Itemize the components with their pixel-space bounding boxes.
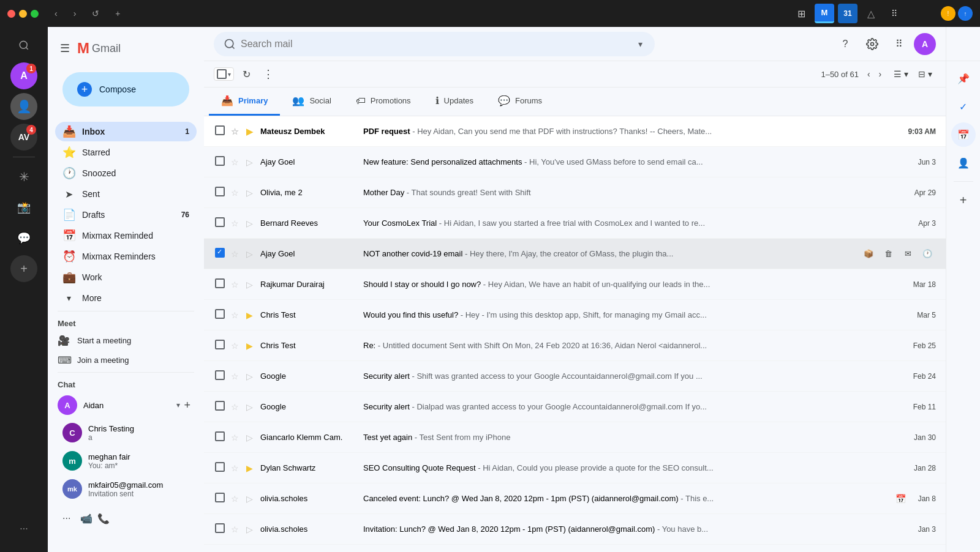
- email-row-3[interactable]: ☆ ▷ Bernard Reeves Your CosmoLex Trial -…: [204, 208, 946, 239]
- chat-user-chris-testing[interactable]: C Chris Testing a: [53, 419, 199, 446]
- avatar-main[interactable]: A 1: [10, 62, 37, 89]
- checkbox-0[interactable]: [214, 125, 226, 137]
- compose-button[interactable]: + Compose: [62, 72, 189, 106]
- more-toolbar-button[interactable]: ⋮: [259, 64, 277, 84]
- slack-icon[interactable]: ✳: [10, 163, 37, 190]
- select-dropdown-arrow[interactable]: ▾: [228, 71, 231, 78]
- checkbox-6[interactable]: [214, 309, 226, 321]
- star-10[interactable]: ☆: [228, 433, 241, 442]
- checkbox-2[interactable]: [214, 187, 226, 198]
- search-options-button[interactable]: ▾: [636, 37, 645, 51]
- email-row-9[interactable]: ☆ ▷ Google Security alert - Dialpad was …: [204, 392, 946, 422]
- archive-btn-4[interactable]: 📦: [860, 245, 877, 263]
- apps-grid-icon[interactable]: ⠿: [884, 4, 904, 23]
- email-row-6[interactable]: ☆ ▶ Chris Test Would you find this usefu…: [204, 300, 946, 330]
- gmail-tab-icon[interactable]: M: [815, 4, 834, 23]
- new-chat-button[interactable]: +: [180, 398, 194, 413]
- email-row-13[interactable]: ☆ ▷ olivia.scholes Invitation: Lunch? @ …: [204, 514, 946, 545]
- star-4[interactable]: ☆: [228, 249, 241, 259]
- chat-user-mkfair[interactable]: mk mkfair05@gmail.com Invitation sent: [53, 476, 199, 502]
- messenger-icon[interactable]: 💬: [10, 225, 37, 252]
- checkbox-11[interactable]: [214, 462, 226, 474]
- nav-item-starred[interactable]: ⭐ Starred: [55, 143, 197, 162]
- nav-refresh-button[interactable]: ↺: [87, 6, 104, 21]
- star-2[interactable]: ☆: [228, 188, 241, 198]
- calendar-side-icon[interactable]: 📅: [951, 122, 976, 147]
- checkbox-3[interactable]: [214, 217, 226, 229]
- notification-icon[interactable]: !: [941, 6, 956, 21]
- more-chat-button[interactable]: ···: [58, 510, 75, 526]
- nav-item-inbox[interactable]: 📥 Inbox 1: [55, 122, 197, 141]
- star-5[interactable]: ☆: [228, 280, 241, 289]
- snooze-btn-4[interactable]: 🕐: [919, 245, 936, 263]
- nav-item-work[interactable]: 💼 Work: [55, 267, 197, 287]
- nav-item-mixmax-reminders[interactable]: ⏰ Mixmax Reminders: [55, 247, 197, 266]
- checkbox-10[interactable]: [214, 431, 226, 443]
- email-row-1[interactable]: ☆ ▷ Ajay Goel New feature: Send personal…: [204, 147, 946, 177]
- add-account-button[interactable]: +: [10, 255, 37, 282]
- checkbox-13[interactable]: [214, 523, 226, 535]
- email-row-7[interactable]: ☆ ▶ Chris Test Re: - Untitled document S…: [204, 330, 946, 361]
- checkbox-4[interactable]: [214, 248, 226, 259]
- email-row-5[interactable]: ☆ ▷ Rajkumar Durairaj Should I stay or s…: [204, 269, 946, 300]
- nav-item-sent[interactable]: ➤ Sent: [55, 184, 197, 204]
- minimize-button[interactable]: [19, 10, 27, 18]
- nav-new-tab-button[interactable]: +: [110, 6, 125, 21]
- nav-back-button[interactable]: ‹: [50, 6, 62, 21]
- email-row-14[interactable]: ☆ ▶ Olivia, me 2 Document you asked for …: [204, 545, 946, 552]
- next-page-button[interactable]: ›: [875, 65, 886, 83]
- star-9[interactable]: ☆: [228, 402, 241, 412]
- phone-icon[interactable]: 📞: [97, 513, 110, 524]
- hamburger-menu-button[interactable]: ☰: [55, 37, 75, 60]
- nav-item-mixmax-reminded[interactable]: 📅 Mixmax Reminded: [55, 226, 197, 245]
- contacts-side-icon[interactable]: 👤: [951, 151, 976, 175]
- tasks-icon[interactable]: ✓: [951, 94, 976, 119]
- user-avatar[interactable]: A: [914, 33, 936, 55]
- tab-updates[interactable]: ℹ Updates: [423, 88, 486, 116]
- settings-button[interactable]: [860, 32, 884, 56]
- nav-item-snoozed[interactable]: 🕐 Snoozed: [55, 163, 197, 183]
- checkbox-12[interactable]: [214, 493, 226, 504]
- nav-item-drafts[interactable]: 📄 Drafts 76: [55, 205, 197, 225]
- email-row-12[interactable]: ☆ ▷ olivia.scholes Canceled event: Lunch…: [204, 483, 946, 514]
- instagram-icon[interactable]: 📸: [10, 194, 37, 221]
- sync-icon[interactable]: ↑: [958, 6, 973, 21]
- checkbox-5[interactable]: [214, 278, 226, 290]
- tab-primary[interactable]: 📥 Primary: [209, 88, 280, 116]
- search-mail-input[interactable]: [241, 39, 631, 50]
- nav-item-more[interactable]: ▾ More: [55, 288, 197, 308]
- select-all-checkbox[interactable]: [217, 69, 227, 79]
- chat-user-meghan[interactable]: m meghan fair You: am*: [53, 447, 199, 474]
- reading-pane-button[interactable]: ⊟ ▾: [914, 65, 936, 83]
- avatar-3[interactable]: AV 4: [10, 124, 37, 151]
- email-row-11[interactable]: ☆ ▶ Dylan Schwartz SEO Consulting Quote …: [204, 453, 946, 483]
- checkbox-9[interactable]: [214, 401, 226, 412]
- star-6[interactable]: ☆: [228, 310, 241, 320]
- star-0[interactable]: ☆: [228, 127, 241, 136]
- help-button[interactable]: ?: [833, 32, 858, 56]
- star-12[interactable]: ☆: [228, 494, 241, 504]
- star-3[interactable]: ☆: [228, 218, 241, 228]
- more-options-icon[interactable]: ···: [10, 515, 37, 542]
- star-7[interactable]: ☆: [228, 341, 241, 351]
- select-all-checkbox-area[interactable]: ▾: [214, 67, 234, 81]
- prev-page-button[interactable]: ‹: [864, 65, 874, 83]
- search-sidebar-button[interactable]: [10, 32, 37, 59]
- delete-btn-4[interactable]: 🗑: [880, 245, 897, 263]
- tab-social[interactable]: 👥 Social: [280, 88, 343, 116]
- add-side-panel-button[interactable]: +: [951, 188, 976, 212]
- refresh-button[interactable]: ↻: [239, 65, 254, 84]
- tab-forums[interactable]: 💬 Forums: [486, 88, 554, 116]
- nav-forward-button[interactable]: ›: [69, 6, 81, 21]
- star-13[interactable]: ☆: [228, 524, 241, 534]
- email-row-2[interactable]: ☆ ▷ Olivia, me 2 Mother Day - That sound…: [204, 177, 946, 208]
- email-row-8[interactable]: ☆ ▷ Google Security alert - Shift was gr…: [204, 361, 946, 392]
- layers-icon[interactable]: ⊞: [791, 4, 811, 23]
- tab-promotions[interactable]: 🏷 Promotions: [344, 88, 423, 116]
- star-8[interactable]: ☆: [228, 371, 241, 381]
- avatar-2[interactable]: 👤: [10, 93, 37, 120]
- email-row-0[interactable]: ☆ ▶ Mateusz Dembek PDF request - Hey Aid…: [204, 116, 946, 147]
- calendar-tab-icon[interactable]: 31: [838, 4, 858, 23]
- keep-icon[interactable]: 📌: [951, 66, 976, 91]
- drive-tab-icon[interactable]: △: [861, 4, 881, 23]
